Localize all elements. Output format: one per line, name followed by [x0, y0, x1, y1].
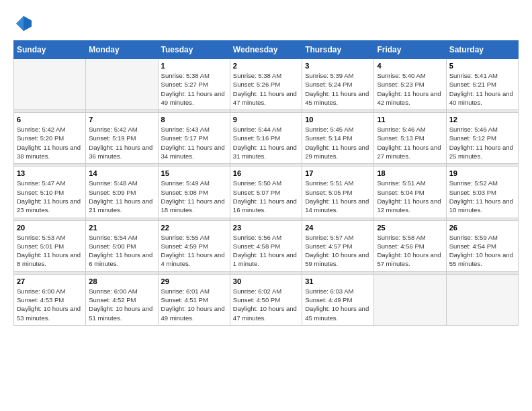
- day-info: Sunrise: 5:54 AM Sunset: 5:00 PM Dayligh…: [89, 233, 154, 269]
- day-info: Sunrise: 5:51 AM Sunset: 5:05 PM Dayligh…: [305, 179, 371, 214]
- calendar-cell: [86, 59, 158, 110]
- calendar-week-row: 6Sunrise: 5:42 AM Sunset: 5:20 PM Daylig…: [14, 113, 519, 164]
- day-number: 16: [233, 169, 299, 177]
- day-number: 8: [161, 116, 227, 124]
- calendar-cell: 21Sunrise: 5:54 AM Sunset: 5:00 PM Dayli…: [86, 220, 158, 271]
- day-info: Sunrise: 5:48 AM Sunset: 5:09 PM Dayligh…: [89, 179, 154, 214]
- day-number: 22: [161, 224, 227, 232]
- day-info: Sunrise: 5:40 AM Sunset: 5:23 PM Dayligh…: [377, 71, 443, 107]
- calendar-cell: 14Sunrise: 5:48 AM Sunset: 5:09 PM Dayli…: [86, 167, 158, 218]
- calendar-week-row: 1Sunrise: 5:38 AM Sunset: 5:27 PM Daylig…: [14, 59, 519, 110]
- day-number: 6: [17, 116, 83, 124]
- calendar-cell: 16Sunrise: 5:50 AM Sunset: 5:07 PM Dayli…: [230, 167, 302, 218]
- calendar-cell: 29Sunrise: 6:01 AM Sunset: 4:51 PM Dayli…: [158, 274, 230, 325]
- day-number: 10: [305, 116, 371, 124]
- svg-marker-0: [24, 16, 32, 32]
- day-info: Sunrise: 5:44 AM Sunset: 5:16 PM Dayligh…: [233, 125, 299, 161]
- day-info: Sunrise: 5:42 AM Sunset: 5:20 PM Dayligh…: [17, 125, 83, 161]
- calendar-cell: 5Sunrise: 5:41 AM Sunset: 5:21 PM Daylig…: [446, 59, 518, 110]
- day-info: Sunrise: 5:51 AM Sunset: 5:04 PM Dayligh…: [377, 179, 443, 214]
- calendar-cell: 20Sunrise: 5:53 AM Sunset: 5:01 PM Dayli…: [14, 220, 86, 271]
- calendar-cell: 30Sunrise: 6:02 AM Sunset: 4:50 PM Dayli…: [230, 274, 302, 325]
- calendar-cell: 15Sunrise: 5:49 AM Sunset: 5:08 PM Dayli…: [158, 167, 230, 218]
- day-info: Sunrise: 6:01 AM Sunset: 4:51 PM Dayligh…: [161, 287, 227, 322]
- day-number: 23: [233, 224, 299, 232]
- weekday-header: Wednesday: [230, 41, 302, 59]
- day-number: 7: [89, 116, 154, 124]
- day-info: Sunrise: 5:43 AM Sunset: 5:17 PM Dayligh…: [161, 125, 227, 161]
- day-info: Sunrise: 6:03 AM Sunset: 4:49 PM Dayligh…: [305, 287, 371, 322]
- calendar-table: SundayMondayTuesdayWednesdayThursdayFrid…: [13, 40, 519, 326]
- calendar-cell: 22Sunrise: 5:55 AM Sunset: 4:59 PM Dayli…: [158, 220, 230, 271]
- day-info: Sunrise: 5:45 AM Sunset: 5:14 PM Dayligh…: [305, 125, 371, 161]
- calendar-cell: 9Sunrise: 5:44 AM Sunset: 5:16 PM Daylig…: [230, 113, 302, 164]
- day-info: Sunrise: 5:55 AM Sunset: 4:59 PM Dayligh…: [161, 233, 227, 269]
- day-info: Sunrise: 5:59 AM Sunset: 4:54 PM Dayligh…: [449, 233, 515, 269]
- calendar-week-row: 20Sunrise: 5:53 AM Sunset: 5:01 PM Dayli…: [14, 220, 519, 271]
- day-info: Sunrise: 6:00 AM Sunset: 4:53 PM Dayligh…: [17, 287, 83, 322]
- day-info: Sunrise: 5:39 AM Sunset: 5:24 PM Dayligh…: [305, 71, 371, 107]
- calendar-week-row: 27Sunrise: 6:00 AM Sunset: 4:53 PM Dayli…: [14, 274, 519, 325]
- logo-icon: [13, 13, 34, 34]
- calendar-cell: 1Sunrise: 5:38 AM Sunset: 5:27 PM Daylig…: [158, 59, 230, 110]
- calendar-cell: 6Sunrise: 5:42 AM Sunset: 5:20 PM Daylig…: [14, 113, 86, 164]
- day-number: 2: [233, 62, 299, 70]
- calendar-cell: 25Sunrise: 5:58 AM Sunset: 4:56 PM Dayli…: [374, 220, 446, 271]
- day-info: Sunrise: 5:50 AM Sunset: 5:07 PM Dayligh…: [233, 179, 299, 214]
- day-info: Sunrise: 5:41 AM Sunset: 5:21 PM Dayligh…: [449, 71, 515, 107]
- day-number: 5: [449, 62, 515, 70]
- day-number: 17: [305, 169, 371, 177]
- day-number: 29: [161, 277, 227, 285]
- day-number: 12: [449, 116, 515, 124]
- weekday-header: Thursday: [302, 41, 374, 59]
- weekday-header: Monday: [86, 41, 158, 59]
- calendar-cell: 8Sunrise: 5:43 AM Sunset: 5:17 PM Daylig…: [158, 113, 230, 164]
- weekday-header: Saturday: [446, 41, 518, 59]
- calendar-cell: 17Sunrise: 5:51 AM Sunset: 5:05 PM Dayli…: [302, 167, 374, 218]
- weekday-header: Friday: [374, 41, 446, 59]
- day-number: 25: [377, 224, 443, 232]
- day-info: Sunrise: 5:57 AM Sunset: 4:57 PM Dayligh…: [305, 233, 371, 269]
- day-number: 19: [449, 169, 515, 177]
- calendar-cell: 7Sunrise: 5:42 AM Sunset: 5:19 PM Daylig…: [86, 113, 158, 164]
- calendar-header-row: SundayMondayTuesdayWednesdayThursdayFrid…: [14, 41, 519, 59]
- calendar-week-row: 13Sunrise: 5:47 AM Sunset: 5:10 PM Dayli…: [14, 167, 519, 218]
- day-number: 4: [377, 62, 443, 70]
- day-number: 28: [89, 277, 154, 285]
- day-number: 13: [17, 169, 83, 177]
- day-number: 11: [377, 116, 443, 124]
- day-info: Sunrise: 5:58 AM Sunset: 4:56 PM Dayligh…: [377, 233, 443, 269]
- calendar-cell: 19Sunrise: 5:52 AM Sunset: 5:03 PM Dayli…: [446, 167, 518, 218]
- calendar-cell: 23Sunrise: 5:56 AM Sunset: 4:58 PM Dayli…: [230, 220, 302, 271]
- weekday-header: Tuesday: [158, 41, 230, 59]
- day-number: 21: [89, 224, 154, 232]
- day-number: 24: [305, 224, 371, 232]
- day-info: Sunrise: 5:46 AM Sunset: 5:13 PM Dayligh…: [377, 125, 443, 161]
- day-number: 20: [17, 224, 83, 232]
- day-info: Sunrise: 6:02 AM Sunset: 4:50 PM Dayligh…: [233, 287, 299, 322]
- calendar-cell: 10Sunrise: 5:45 AM Sunset: 5:14 PM Dayli…: [302, 113, 374, 164]
- calendar-cell: 12Sunrise: 5:46 AM Sunset: 5:12 PM Dayli…: [446, 113, 518, 164]
- day-number: 9: [233, 116, 299, 124]
- calendar-cell: 26Sunrise: 5:59 AM Sunset: 4:54 PM Dayli…: [446, 220, 518, 271]
- calendar-cell: [14, 59, 86, 110]
- day-info: Sunrise: 5:38 AM Sunset: 5:26 PM Dayligh…: [233, 71, 299, 107]
- day-info: Sunrise: 5:56 AM Sunset: 4:58 PM Dayligh…: [233, 233, 299, 269]
- calendar-cell: 24Sunrise: 5:57 AM Sunset: 4:57 PM Dayli…: [302, 220, 374, 271]
- day-number: 18: [377, 169, 443, 177]
- day-number: 14: [89, 169, 154, 177]
- weekday-header: Sunday: [14, 41, 86, 59]
- page-header: [13, 13, 519, 34]
- day-info: Sunrise: 5:49 AM Sunset: 5:08 PM Dayligh…: [161, 179, 227, 214]
- calendar-cell: [446, 274, 518, 325]
- day-info: Sunrise: 5:52 AM Sunset: 5:03 PM Dayligh…: [449, 179, 515, 214]
- day-info: Sunrise: 5:53 AM Sunset: 5:01 PM Dayligh…: [17, 233, 83, 269]
- day-number: 15: [161, 169, 227, 177]
- calendar-cell: 31Sunrise: 6:03 AM Sunset: 4:49 PM Dayli…: [302, 274, 374, 325]
- day-info: Sunrise: 6:00 AM Sunset: 4:52 PM Dayligh…: [89, 287, 154, 322]
- calendar-cell: 2Sunrise: 5:38 AM Sunset: 5:26 PM Daylig…: [230, 59, 302, 110]
- calendar-cell: [374, 274, 446, 325]
- calendar-cell: 27Sunrise: 6:00 AM Sunset: 4:53 PM Dayli…: [14, 274, 86, 325]
- day-info: Sunrise: 5:38 AM Sunset: 5:27 PM Dayligh…: [161, 71, 227, 107]
- day-number: 3: [305, 62, 371, 70]
